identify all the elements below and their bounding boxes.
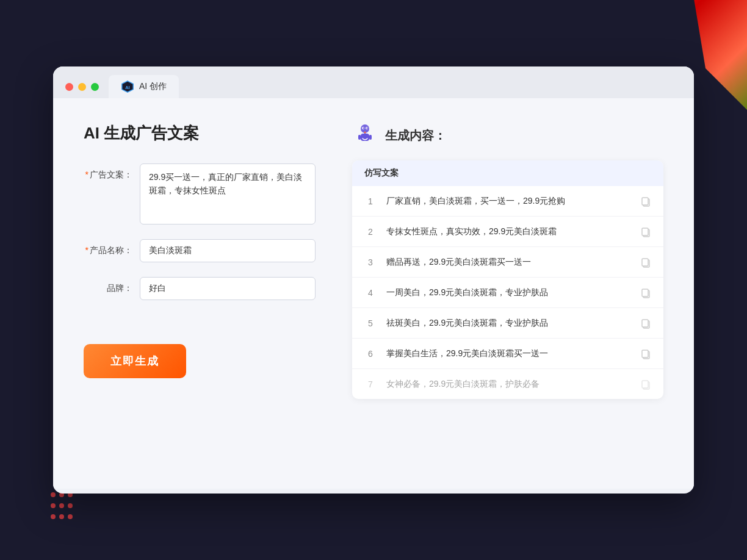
svg-rect-24 [642, 350, 648, 357]
svg-point-6 [363, 127, 364, 129]
row-number: 4 [364, 288, 377, 298]
svg-rect-14 [642, 198, 648, 205]
result-row: 2专抹女性斑点，真实功效，29.9元美白淡斑霜 [352, 217, 663, 247]
traffic-light-green[interactable] [91, 83, 99, 91]
row-text: 祛斑美白，29.9元美白淡斑霜，专业护肤品 [386, 317, 630, 329]
row-number: 5 [364, 318, 377, 328]
left-panel: AI 生成广告文案 *广告文案： *产品名称： 品牌： 立 [84, 123, 316, 464]
svg-text:AI: AI [125, 85, 129, 90]
svg-rect-22 [642, 320, 648, 327]
copy-icon[interactable] [640, 318, 651, 329]
bg-decoration-dots [49, 490, 74, 523]
ai-tab-icon: AI [121, 80, 134, 93]
content-area: AI 生成广告文案 *广告文案： *产品名称： 品牌： 立 [53, 98, 694, 489]
svg-rect-16 [642, 228, 648, 235]
row-number: 1 [364, 196, 377, 206]
copy-icon[interactable] [640, 226, 651, 237]
svg-point-12 [364, 132, 366, 134]
row-number: 2 [364, 227, 377, 237]
ad-copy-required: * [85, 170, 88, 179]
row-number: 6 [364, 349, 377, 359]
browser-chrome: AI AI 创作 [53, 66, 694, 98]
generate-button[interactable]: 立即生成 [84, 344, 186, 378]
result-row: 6掌握美白生活，29.9元美白淡斑霜买一送一 [352, 339, 663, 369]
row-text: 女神必备，29.9元美白淡斑霜，护肤必备 [386, 378, 630, 390]
form-row-product-name: *产品名称： [84, 239, 316, 262]
form-row-brand: 品牌： [84, 277, 316, 300]
result-rows-container: 1厂家直销，美白淡斑霜，买一送一，29.9元抢购 2专抹女性斑点，真实功效，29… [352, 186, 663, 399]
row-text: 专抹女性斑点，真实功效，29.9元美白淡斑霜 [386, 225, 630, 238]
product-name-input[interactable] [140, 239, 316, 262]
copy-icon[interactable] [640, 287, 651, 298]
result-row: 4一周美白，29.9元美白淡斑霜，专业护肤品 [352, 278, 663, 308]
brand-input[interactable] [140, 277, 316, 300]
ad-copy-label: *广告文案： [84, 163, 132, 181]
svg-rect-10 [369, 135, 372, 140]
result-row: 7女神必备，29.9元美白淡斑霜，护肤必备 [352, 369, 663, 399]
svg-rect-20 [642, 289, 648, 296]
row-text: 赠品再送，29.9元美白淡斑霜买一送一 [386, 256, 630, 268]
copy-icon[interactable] [640, 348, 651, 359]
traffic-light-yellow[interactable] [78, 83, 86, 91]
svg-rect-26 [642, 381, 648, 388]
robot-icon [352, 123, 378, 148]
result-header: 生成内容： [352, 123, 663, 148]
svg-rect-18 [642, 259, 648, 266]
row-text: 掌握美白生活，29.9元美白淡斑霜买一送一 [386, 347, 630, 360]
row-text: 厂家直销，美白淡斑霜，买一送一，29.9元抢购 [386, 195, 630, 207]
product-name-required: * [85, 245, 88, 255]
form-row-ad-copy: *广告文案： [84, 163, 316, 224]
result-row: 5祛斑美白，29.9元美白淡斑霜，专业护肤品 [352, 308, 663, 339]
row-text: 一周美白，29.9元美白淡斑霜，专业护肤品 [386, 286, 630, 299]
result-table: 仿写文案 1厂家直销，美白淡斑霜，买一送一，29.9元抢购 2专抹女性斑点，真实… [352, 160, 663, 399]
browser-window: AI AI 创作 AI 生成广告文案 *广告文案： *产品名称： [53, 66, 694, 494]
result-title: 生成内容： [385, 127, 446, 144]
traffic-light-red[interactable] [65, 83, 73, 91]
traffic-lights [65, 83, 99, 91]
brand-label: 品牌： [84, 277, 132, 294]
copy-icon[interactable] [640, 196, 651, 207]
copy-icon[interactable] [640, 379, 651, 390]
page-title: AI 生成广告文案 [84, 123, 316, 144]
result-table-header: 仿写文案 [352, 160, 663, 186]
tab-label: AI 创作 [139, 81, 167, 92]
result-row: 3赠品再送，29.9元美白淡斑霜买一送一 [352, 247, 663, 278]
right-panel: 生成内容： 仿写文案 1厂家直销，美白淡斑霜，买一送一，29.9元抢购 2专抹女… [352, 123, 663, 464]
row-number: 7 [364, 379, 377, 389]
result-row: 1厂家直销，美白淡斑霜，买一送一，29.9元抢购 [352, 186, 663, 217]
row-number: 3 [364, 257, 377, 267]
product-name-label: *产品名称： [84, 239, 132, 256]
copy-icon[interactable] [640, 257, 651, 268]
svg-rect-9 [358, 135, 361, 140]
ad-copy-input[interactable] [140, 163, 316, 224]
tab-ai-creation[interactable]: AI AI 创作 [109, 75, 179, 98]
svg-point-7 [367, 127, 368, 129]
